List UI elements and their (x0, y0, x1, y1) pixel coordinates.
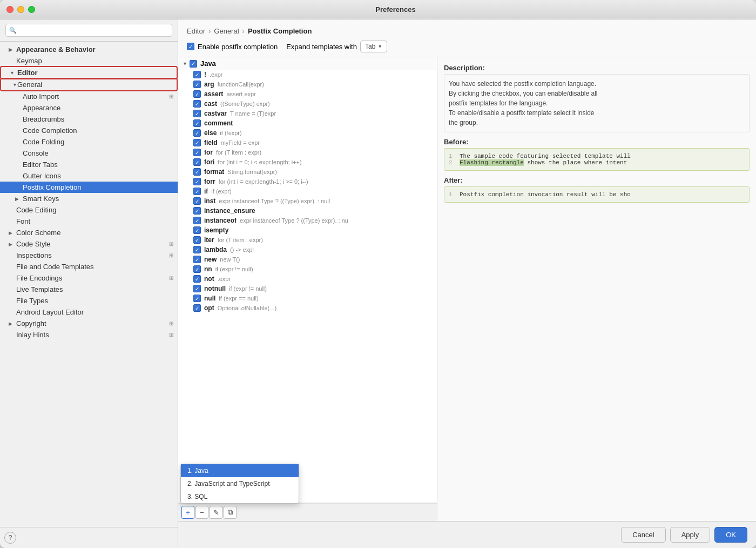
tmpl-checkbox[interactable]: ✓ (193, 158, 201, 166)
template-item[interactable]: ✓ isempty (178, 225, 437, 235)
tmpl-checkbox[interactable]: ✓ (193, 139, 201, 146)
close-button[interactable] (6, 6, 14, 13)
tmpl-checkbox[interactable]: ✓ (193, 100, 201, 108)
sidebar-item-label: General (17, 81, 42, 89)
tmpl-checkbox[interactable]: ✓ (193, 129, 201, 137)
tmpl-checkbox[interactable]: ✓ (193, 226, 201, 234)
tmpl-name: lambda (204, 246, 227, 253)
sidebar-item-code-folding[interactable]: Code Folding (0, 136, 178, 148)
template-item[interactable]: ✓ else if (!expr) (178, 128, 437, 138)
java-group-header[interactable]: ▼ ✓ Java (178, 57, 437, 70)
tmpl-checkbox[interactable]: ✓ (193, 71, 201, 78)
template-item[interactable]: ✓ comment (178, 118, 437, 128)
sidebar-item-android-layout-editor[interactable]: Android Layout Editor (0, 306, 178, 318)
sidebar-item-file-encodings[interactable]: File Encodings ⊞ (0, 272, 178, 284)
tmpl-checkbox[interactable]: ✓ (193, 110, 201, 117)
template-item[interactable]: ✓ for for (T item : expr) (178, 148, 437, 157)
lang-option-java[interactable]: 1. Java (181, 464, 299, 477)
sidebar-item-inspections[interactable]: Inspections ⊞ (0, 250, 178, 261)
sidebar-item-breadcrumbs[interactable]: Breadcrumbs (0, 113, 178, 125)
sidebar-item-console[interactable]: Console (0, 148, 178, 159)
sidebar-item-code-style[interactable]: ▶ Code Style ⊞ (0, 238, 178, 250)
sidebar-item-appearance[interactable]: Appearance (0, 102, 178, 113)
add-button[interactable]: + (181, 506, 194, 519)
template-item[interactable]: ✓ nn if (expr != null) (178, 264, 437, 274)
sidebar-item-live-templates[interactable]: Live Templates (0, 284, 178, 295)
template-item[interactable]: ✓ lambda () -> expr (178, 245, 437, 255)
tmpl-checkbox[interactable]: ✓ (193, 295, 201, 302)
sidebar-item-general[interactable]: ▼ General (1, 79, 177, 90)
lang-option-sql[interactable]: 3. SQL (181, 490, 299, 503)
sidebar-item-keymap[interactable]: Keymap (0, 55, 178, 66)
sidebar-item-file-types[interactable]: File Types (0, 295, 178, 306)
template-item[interactable]: ✓ fori for (int i = 0; i < expr.length; … (178, 157, 437, 167)
template-item[interactable]: ✓ if if (expr) (178, 186, 437, 196)
template-item[interactable]: ✓ forr for (int i = expr.length-1; i >= … (178, 177, 437, 186)
sidebar-item-inlay-hints[interactable]: Inlay Hints ⊞ (0, 329, 178, 340)
tmpl-checkbox[interactable]: ✓ (193, 81, 201, 88)
tmpl-checkbox[interactable]: ✓ (193, 304, 201, 312)
tmpl-checkbox[interactable]: ✓ (193, 149, 201, 156)
tmpl-checkbox[interactable]: ✓ (193, 265, 201, 273)
tmpl-checkbox[interactable]: ✓ (193, 217, 201, 224)
template-item[interactable]: ✓ null if (expr == null) (178, 293, 437, 303)
search-input[interactable] (5, 24, 172, 37)
remove-button[interactable]: − (195, 506, 208, 519)
sidebar-item-editor-tabs[interactable]: Editor Tabs (0, 159, 178, 170)
template-item[interactable]: ✓ inst expr instanceof Type ? ((Type) ex… (178, 196, 437, 206)
apply-button[interactable]: Apply (670, 527, 711, 543)
tmpl-checkbox[interactable]: ✓ (193, 90, 201, 98)
sidebar-item-color-scheme[interactable]: ▶ Color Scheme (0, 227, 178, 238)
cancel-button[interactable]: Cancel (621, 527, 665, 543)
template-item[interactable]: ✓ field myField = expr (178, 138, 437, 148)
edit-button[interactable]: ✎ (210, 506, 222, 519)
tmpl-checkbox[interactable]: ✓ (193, 168, 201, 176)
sidebar-item-appearance-behavior[interactable]: ▶ Appearance & Behavior (0, 44, 178, 55)
copy-button[interactable]: ⧉ (224, 506, 237, 519)
group-toggle-icon: ▼ (183, 61, 187, 66)
template-item[interactable]: ✓ arg functionCall(expr) (178, 79, 437, 89)
java-group-checkbox[interactable]: ✓ (190, 60, 197, 68)
sidebar-item-file-code-templates[interactable]: File and Code Templates (0, 261, 178, 272)
help-button[interactable]: ? (4, 532, 16, 544)
sidebar-item-copyright[interactable]: ▶ Copyright ⊞ (0, 318, 178, 329)
sidebar-item-code-editing[interactable]: Code Editing (0, 204, 178, 216)
sidebar-item-font[interactable]: Font (0, 216, 178, 227)
tmpl-checkbox[interactable]: ✓ (193, 178, 201, 185)
sidebar-item-editor[interactable]: ▼ Editor (1, 67, 177, 78)
template-item[interactable]: ✓ castvar T name = (T)expr (178, 109, 437, 118)
tmpl-checkbox[interactable]: ✓ (193, 207, 201, 215)
template-item[interactable]: ✓ format String.format(expr) (178, 167, 437, 177)
template-item[interactable]: ✓ instanceof expr instanceof Type ? ((Ty… (178, 216, 437, 225)
tmpl-checkbox[interactable]: ✓ (193, 188, 201, 195)
sidebar-item-postfix-completion[interactable]: Postfix Completion (0, 182, 178, 193)
expand-dropdown[interactable]: Tab ▼ (360, 41, 387, 52)
maximize-button[interactable] (28, 6, 35, 13)
sidebar-item-code-completion[interactable]: Code Completion (0, 125, 178, 136)
sidebar-item-label: Inlay Hints (16, 331, 49, 339)
tmpl-checkbox[interactable]: ✓ (193, 119, 201, 127)
tmpl-checkbox[interactable]: ✓ (193, 197, 201, 205)
lang-option-js[interactable]: 2. JavaScript and TypeScript (181, 477, 299, 490)
ok-button[interactable]: OK (714, 527, 747, 543)
sidebar-item-smart-keys[interactable]: ▶ Smart Keys (0, 193, 178, 204)
template-item[interactable]: ✓ opt Optional.ofNullable(...) (178, 303, 437, 313)
template-item[interactable]: ✓ instance_ensure (178, 206, 437, 216)
tmpl-checkbox[interactable]: ✓ (193, 256, 201, 263)
template-item[interactable]: ✓ cast ((SomeType) expr) (178, 99, 437, 109)
tmpl-checkbox[interactable]: ✓ (193, 285, 201, 292)
minimize-button[interactable] (17, 6, 24, 13)
sidebar-item-auto-import[interactable]: Auto Import ⊞ (0, 91, 178, 102)
template-item[interactable]: ✓ not .expr (178, 274, 437, 284)
before-line-2: 2 Flashing rectangle shows the place whe… (449, 159, 745, 166)
template-item[interactable]: ✓ new new T() (178, 255, 437, 264)
tmpl-checkbox[interactable]: ✓ (193, 236, 201, 244)
tmpl-checkbox[interactable]: ✓ (193, 275, 201, 283)
template-item[interactable]: ✓ ! .expr (178, 70, 437, 79)
template-item[interactable]: ✓ notnull if (expr != null) (178, 284, 437, 293)
sidebar-item-gutter-icons[interactable]: Gutter Icons (0, 170, 178, 182)
template-item[interactable]: ✓ iter for (T item : expr) (178, 235, 437, 245)
enable-checkbox[interactable]: ✓ (187, 43, 194, 50)
tmpl-checkbox[interactable]: ✓ (193, 246, 201, 253)
template-item[interactable]: ✓ assert assert expr (178, 89, 437, 99)
